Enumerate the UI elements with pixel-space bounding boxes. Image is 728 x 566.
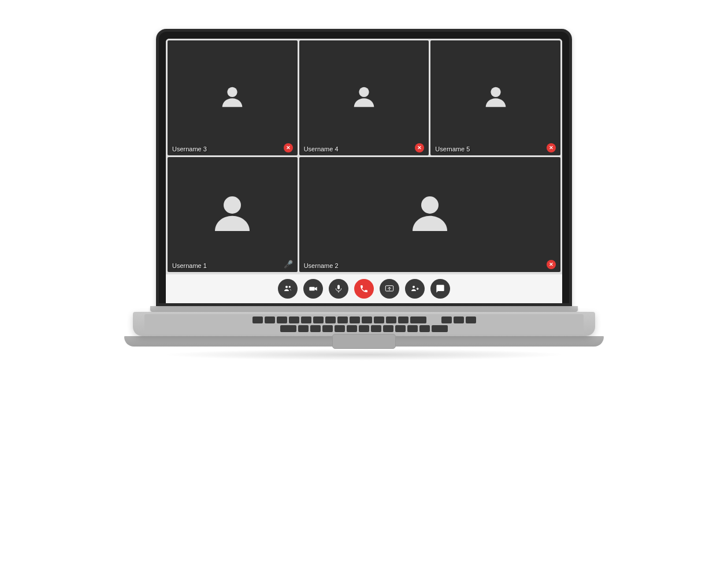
avatar-5 — [481, 82, 511, 114]
mic-muted-icon-3: ✕ — [284, 143, 293, 152]
key — [289, 316, 299, 323]
touchpad — [332, 334, 396, 349]
video-grid: Username 3 ✕ Username 4 — [166, 39, 562, 274]
avatar-4 — [349, 82, 379, 114]
svg-point-5 — [285, 286, 288, 288]
participants-button[interactable] — [278, 279, 298, 299]
key — [383, 325, 393, 332]
chat-button[interactable] — [430, 279, 450, 299]
key — [298, 325, 309, 332]
video-tile-5: Username 5 ✕ — [430, 40, 560, 155]
key — [386, 316, 396, 323]
key — [335, 325, 345, 332]
user-icon-3 — [217, 82, 247, 114]
user-icon-4 — [349, 82, 379, 114]
key — [454, 316, 464, 323]
key — [347, 325, 357, 332]
mic-muted-icon-4: ✕ — [415, 143, 424, 152]
avatar-2 — [404, 188, 456, 242]
key — [337, 316, 348, 323]
key — [362, 316, 372, 323]
svg-rect-7 — [309, 287, 314, 291]
key — [371, 325, 381, 332]
mic-icon-3: ✕ — [284, 143, 293, 152]
key — [407, 325, 418, 332]
key — [432, 325, 448, 332]
key — [277, 316, 287, 323]
mic-button[interactable] — [329, 279, 348, 299]
key — [265, 316, 275, 323]
video-tile-3: Username 3 ✕ — [168, 40, 298, 155]
key — [322, 325, 333, 332]
svg-point-2 — [491, 87, 500, 96]
key — [441, 316, 452, 323]
mic-muted-icon-5: ✕ — [547, 143, 556, 152]
username-2: Username 2 — [304, 262, 339, 269]
key — [374, 316, 384, 323]
svg-point-13 — [413, 286, 415, 288]
video-button[interactable] — [303, 279, 323, 299]
key — [398, 316, 408, 323]
key — [410, 316, 426, 323]
key — [350, 316, 360, 323]
key — [301, 316, 311, 323]
key — [359, 325, 369, 332]
laptop-scene: Username 3 ✕ Username 4 — [139, 29, 589, 537]
username-4: Username 4 — [304, 146, 339, 152]
call-toolbar — [166, 274, 562, 303]
key — [310, 325, 321, 332]
add-participant-button[interactable] — [405, 279, 425, 299]
mic-icon-2: ✕ — [547, 260, 556, 269]
key — [313, 316, 324, 323]
username-1: Username 1 — [172, 262, 207, 269]
svg-marker-8 — [315, 287, 317, 291]
mic-icon-1: 🎤 — [284, 259, 293, 269]
end-call-button[interactable] — [354, 279, 374, 299]
svg-point-0 — [228, 87, 237, 96]
svg-point-1 — [359, 87, 369, 96]
avatar-1 — [206, 188, 258, 242]
key — [325, 316, 336, 323]
key — [252, 316, 263, 323]
laptop-hinge — [150, 306, 578, 312]
laptop-shadow — [162, 349, 566, 360]
share-screen-button[interactable] — [380, 279, 399, 299]
mic-icon-4: ✕ — [415, 143, 424, 152]
user-icon-2 — [404, 188, 456, 242]
keyboard-area — [144, 314, 584, 334]
user-icon-1 — [206, 188, 258, 242]
username-3: Username 3 — [172, 146, 207, 152]
key — [395, 325, 406, 332]
laptop-base-container — [133, 312, 595, 336]
mic-muted-icon-2: ✕ — [547, 260, 556, 269]
key — [280, 325, 296, 332]
svg-point-3 — [224, 196, 241, 214]
mic-icon-5: ✕ — [547, 143, 556, 152]
user-icon-5 — [481, 82, 511, 114]
username-5: Username 5 — [435, 146, 470, 152]
video-tile-1: Username 1 🎤 — [168, 157, 298, 272]
screen-content: Username 3 ✕ Username 4 — [166, 39, 562, 303]
svg-rect-9 — [337, 285, 340, 289]
key — [466, 316, 476, 323]
video-tile-4: Username 4 ✕ — [299, 40, 429, 155]
video-tile-2: Username 2 ✕ — [299, 157, 560, 272]
key — [419, 325, 430, 332]
svg-point-4 — [421, 196, 439, 214]
laptop-base — [133, 312, 595, 336]
svg-point-6 — [289, 286, 291, 288]
mic-active-icon: 🎤 — [284, 260, 293, 269]
avatar-3 — [217, 82, 247, 114]
laptop-screen: Username 3 ✕ Username 4 — [156, 29, 572, 306]
